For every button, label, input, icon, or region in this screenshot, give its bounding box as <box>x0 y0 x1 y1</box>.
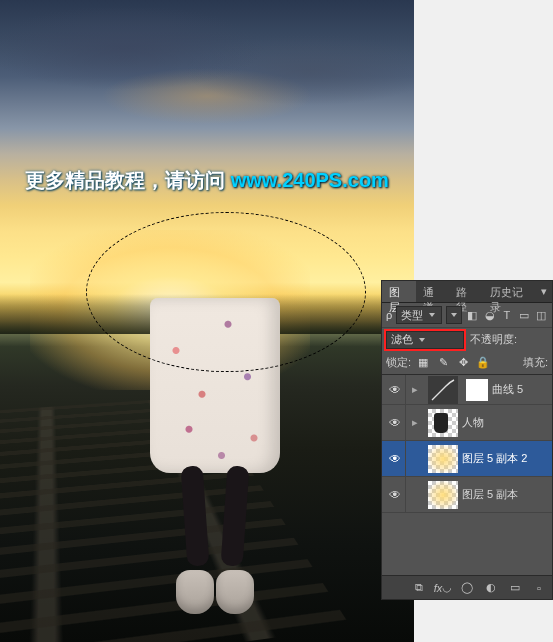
tab-channels[interactable]: 通道 <box>416 281 450 302</box>
link-layers-icon[interactable]: ⧉ <box>410 580 428 596</box>
layer-thumbnail[interactable] <box>428 481 458 509</box>
legs <box>178 466 252 586</box>
visibility-toggle[interactable]: 👁 <box>384 477 406 512</box>
blend-row: 滤色 不透明度: <box>382 327 552 351</box>
layer-row[interactable]: 👁 图层 5 副本 <box>382 477 552 513</box>
watermark-cn: 更多精品教程，请访问 <box>25 169 231 191</box>
filter-kind-label: 类型 <box>401 308 423 323</box>
lock-image-icon[interactable]: ▦ <box>415 355 431 371</box>
new-layer-icon[interactable]: ▫ <box>530 580 548 596</box>
opacity-label: 不透明度: <box>470 332 517 347</box>
tab-history[interactable]: 历史记录 <box>483 281 536 302</box>
blend-mode-label: 滤色 <box>391 332 413 347</box>
mask-icon[interactable]: ◯ <box>458 580 476 596</box>
panel-menu-icon[interactable]: ▾ <box>536 281 552 302</box>
tab-layers[interactable]: 图层 <box>382 281 416 302</box>
nest-indent-icon: ▸ <box>406 383 424 396</box>
lock-label: 锁定: <box>386 355 411 370</box>
filter-adjust-icon[interactable]: ◒ <box>483 307 496 323</box>
layer-row[interactable]: 👁 图层 5 副本 2 <box>382 441 552 477</box>
group-icon[interactable]: ▭ <box>506 580 524 596</box>
lock-all-icon[interactable]: 🔒 <box>475 355 491 371</box>
person-figure <box>140 298 290 618</box>
sky-clouds <box>0 0 414 320</box>
watermark-text: 更多精品教程，请访问 www.240PS.com <box>0 167 414 194</box>
layer-name[interactable]: 图层 5 副本 2 <box>462 451 552 466</box>
adjustment-icon[interactable]: ◐ <box>482 580 500 596</box>
layer-mask-thumbnail[interactable] <box>466 379 488 401</box>
watermark-url: www.240PS.com <box>231 169 389 191</box>
filter-text-icon[interactable]: T <box>500 307 513 323</box>
layers-footer: ⧉ fx◡ ◯ ◐ ▭ ▫ <box>382 575 552 599</box>
panel-tabs: 图层 通道 路径 历史记录 ▾ <box>382 281 552 303</box>
dress <box>150 298 280 473</box>
filter-row: ρ 类型 ◧ ◒ T ▭ ◫ <box>382 303 552 327</box>
layers-panel: 图层 通道 路径 历史记录 ▾ ρ 类型 ◧ ◒ T ▭ ◫ 滤色 不透明度: … <box>381 280 553 600</box>
tab-paths[interactable]: 路径 <box>449 281 483 302</box>
filter-dd-extra[interactable] <box>446 306 462 324</box>
layer-row[interactable]: 👁 ▸ 曲线 5 <box>382 375 552 405</box>
fill-label: 填充: <box>523 355 548 370</box>
lock-brush-icon[interactable]: ✎ <box>435 355 451 371</box>
filter-shape-icon[interactable]: ▭ <box>517 307 530 323</box>
filter-pixel-icon[interactable]: ◧ <box>466 307 479 323</box>
filter-kind-dropdown[interactable]: 类型 <box>396 306 441 324</box>
filter-smart-icon[interactable]: ◫ <box>535 307 548 323</box>
fx-icon[interactable]: fx◡ <box>434 580 452 596</box>
layer-thumbnail[interactable] <box>428 409 458 437</box>
toggle-arrow-icon[interactable]: ▸ <box>406 416 424 429</box>
layer-name[interactable]: 图层 5 副本 <box>462 487 552 502</box>
layer-row[interactable]: 👁 ▸ 人物 <box>382 405 552 441</box>
image-canvas[interactable]: 更多精品教程，请访问 www.240PS.com <box>0 0 414 642</box>
blend-mode-dropdown[interactable]: 滤色 <box>386 331 464 349</box>
layer-name[interactable]: 曲线 5 <box>492 382 552 397</box>
lock-row: 锁定: ▦ ✎ ✥ 🔒 填充: <box>382 351 552 375</box>
lock-move-icon[interactable]: ✥ <box>455 355 471 371</box>
layers-list: 👁 ▸ 曲线 5 👁 ▸ 人物 👁 图层 5 副本 2 👁 图层 5 副本 <box>382 375 552 565</box>
layer-thumbnail[interactable] <box>428 445 458 473</box>
layer-thumbnail[interactable] <box>428 376 458 404</box>
layer-name[interactable]: 人物 <box>462 415 552 430</box>
visibility-toggle[interactable]: 👁 <box>384 441 406 476</box>
visibility-toggle[interactable]: 👁 <box>384 405 406 440</box>
visibility-toggle[interactable]: 👁 <box>384 375 406 404</box>
